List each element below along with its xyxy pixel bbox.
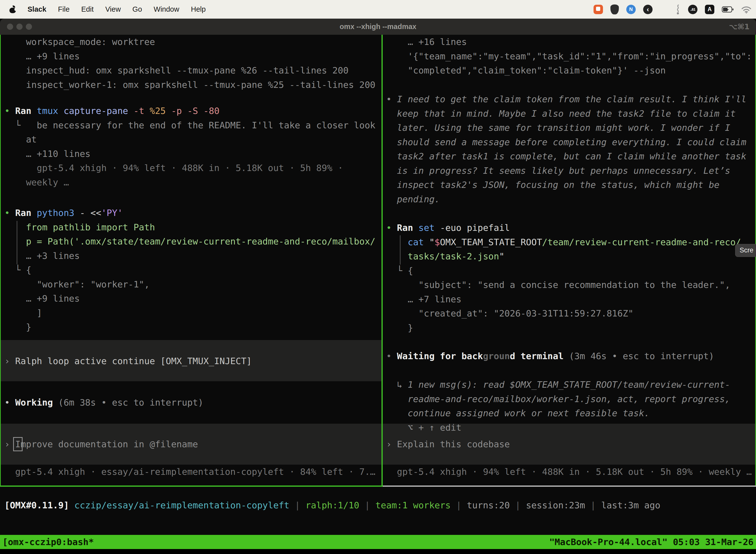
shield-grid-icon[interactable] bbox=[611, 4, 619, 14]
text-segment: last:3m ago bbox=[601, 500, 660, 510]
text-segment: capture-pane bbox=[63, 106, 133, 116]
text-segment: Explain this codebase bbox=[397, 439, 510, 449]
badge-n-icon[interactable]: N bbox=[626, 5, 636, 14]
text-segment: cat bbox=[408, 237, 429, 247]
menu-edit[interactable]: Edit bbox=[81, 5, 94, 13]
terminal-line: • Ran set -euo pipefail bbox=[386, 221, 510, 235]
text-segment: • bbox=[386, 351, 397, 361]
text-segment: └ be necessary for the end of the README… bbox=[4, 120, 376, 130]
menu-help[interactable]: Help bbox=[191, 5, 206, 13]
text-segment: gpt-5.4 xhigh · essay/ai-reimplementatio… bbox=[4, 466, 376, 477]
squiggle-icon[interactable] bbox=[675, 4, 681, 15]
menu-window[interactable]: Window bbox=[154, 5, 179, 13]
terminal-line: at bbox=[4, 132, 37, 147]
text-segment: OMX_TEAM_STATE_ROOT bbox=[440, 237, 542, 247]
terminal: workspace_mode: worktree … +9 lines insp… bbox=[0, 35, 756, 554]
terminal-line: … +9 lines bbox=[4, 291, 80, 306]
apple-menu-icon[interactable] bbox=[9, 5, 16, 13]
text-segment: (3m 46s • esc to interrupt) bbox=[569, 351, 714, 361]
terminal-line: should send a message before completing … bbox=[386, 135, 746, 150]
text-segment: ↳ 1 new msg(s): read $OMX_TEAM_STATE_ROO… bbox=[386, 380, 730, 390]
text-segment bbox=[4, 222, 26, 232]
text-segment: } bbox=[386, 323, 413, 333]
text-segment: "worker": "worker-1", bbox=[4, 279, 149, 289]
terminal-line: └ be necessary for the end of the README… bbox=[4, 118, 376, 132]
text-segment: Ran bbox=[15, 208, 37, 218]
text-segment: from pathlib import Path bbox=[26, 222, 155, 232]
text-segment: • bbox=[4, 208, 15, 218]
text-segment: -euo pipefail bbox=[440, 223, 510, 233]
text-segment: pending. bbox=[386, 194, 440, 204]
text-segment: p = Path('.omx/state/team/review-current… bbox=[26, 236, 376, 246]
text-segment: gpt-5.4 xhigh · 94% left · 488K in · 5.1… bbox=[4, 163, 343, 173]
terminal-line: later. Using the same for transition mig… bbox=[386, 121, 730, 135]
text-segment: | bbox=[585, 500, 601, 510]
text-segment: ⌥ + ↑ edit bbox=[386, 423, 461, 433]
terminal-line: … +7 lines bbox=[386, 292, 461, 307]
text-segment: • bbox=[386, 94, 397, 104]
chat-app-icon[interactable] bbox=[593, 5, 603, 14]
text-segment: at bbox=[4, 134, 37, 145]
wifi-icon[interactable] bbox=[741, 5, 752, 13]
terminal-line: ↳ 1 new msg(s): read $OMX_TEAM_STATE_ROO… bbox=[386, 378, 730, 392]
text-segment bbox=[4, 236, 26, 246]
terminal-line: … +3 lines bbox=[4, 249, 80, 263]
text-segment: team:1 workers bbox=[376, 500, 451, 510]
text-segment: turns:20 bbox=[467, 500, 510, 510]
text-segment: session:23m bbox=[526, 500, 585, 510]
text-segment: … +16 lines bbox=[386, 37, 467, 47]
a-square-icon[interactable]: A bbox=[705, 5, 714, 14]
below-status-bar bbox=[0, 549, 756, 554]
text-segment: tasks/task-2.json bbox=[408, 251, 499, 261]
text-segment: [OMX#0.11.9] bbox=[4, 500, 69, 510]
terminal-line: keep that in mind. Maybe I also need the… bbox=[386, 107, 736, 121]
text-segment: … +9 lines bbox=[4, 293, 80, 303]
text-segment: "created_at": "2026-03-31T11:59:27.816Z" bbox=[386, 308, 633, 319]
text-segment: › bbox=[4, 439, 15, 449]
text-segment bbox=[69, 500, 74, 510]
menu-view[interactable]: View bbox=[106, 5, 121, 13]
menu-go[interactable]: Go bbox=[132, 5, 142, 13]
recorder-icon[interactable]: ‹ bbox=[643, 5, 652, 14]
terminal-line: pending. bbox=[386, 192, 440, 207]
text-segment: /team/review-current-readme-and-reco/ bbox=[542, 237, 741, 247]
terminal-line: • Waiting for background terminal (3m 46… bbox=[386, 349, 714, 364]
text-segment: inspect_worker-1: omx sparkshell --tmux-… bbox=[4, 80, 376, 90]
badge-61-icon[interactable]: ..61 bbox=[688, 5, 697, 14]
terminal-line: weekly … bbox=[4, 175, 69, 189]
terminal-line: └ { bbox=[4, 263, 31, 277]
text-segment: | bbox=[451, 500, 467, 510]
text-segment: … +7 lines bbox=[386, 294, 461, 304]
text-segment: • bbox=[386, 223, 397, 233]
menu-file[interactable]: File bbox=[58, 5, 70, 13]
text-segment: … +9 lines bbox=[4, 51, 80, 61]
text-segment: I need to get the claim token from the c… bbox=[397, 94, 746, 104]
text-segment: task2 after task1 is complete, but can I… bbox=[386, 151, 746, 161]
terminal-line: tasks/task-2.json" bbox=[386, 249, 504, 264]
text-segment: " bbox=[499, 251, 504, 261]
tmux-host-clock: "MacBook-Pro-44.local" 05:03 31-Mar-26 bbox=[549, 537, 754, 547]
battery-icon[interactable] bbox=[722, 6, 734, 13]
text-segment: } bbox=[4, 322, 31, 332]
text-segment: Ran bbox=[15, 106, 37, 116]
omx-hud-status-line: [OMX#0.11.9] cczip/essay/ai-reimplementa… bbox=[4, 498, 660, 512]
text-segment: Ran bbox=[397, 223, 419, 233]
text-segment: (6m 38s • esc to interrupt) bbox=[58, 397, 203, 407]
terminal-line: continue assigned work or next feasible … bbox=[386, 406, 649, 421]
text-segment: • bbox=[4, 106, 15, 116]
terminal-line: └ { bbox=[386, 264, 413, 278]
terminal-line: from pathlib import Path bbox=[4, 220, 155, 234]
right-terminal-pane[interactable]: … +16 lines '{"team_name":"my-team","tas… bbox=[383, 35, 756, 486]
pane-divider[interactable] bbox=[381, 35, 383, 487]
terminal-line: › Explain this codebase bbox=[386, 437, 510, 451]
menu-app-name[interactable]: Slack bbox=[27, 5, 46, 13]
text-segment: mprove documentation in @filename bbox=[20, 439, 198, 449]
terminal-line: gpt-5.4 xhigh · 94% left · 488K in · 5.1… bbox=[4, 161, 343, 175]
terminal-line: inspect_hud: omx sparkshell --tmux-pane … bbox=[4, 63, 349, 78]
left-terminal-pane[interactable]: workspace_mode: worktree … +9 lines insp… bbox=[0, 35, 381, 486]
dots-grid-icon[interactable] bbox=[660, 5, 668, 13]
text-segment: … +3 lines bbox=[4, 251, 80, 261]
text-segment: Working bbox=[15, 397, 58, 407]
terminal-line: … +9 lines bbox=[4, 49, 80, 63]
text-segment: " bbox=[429, 237, 435, 247]
